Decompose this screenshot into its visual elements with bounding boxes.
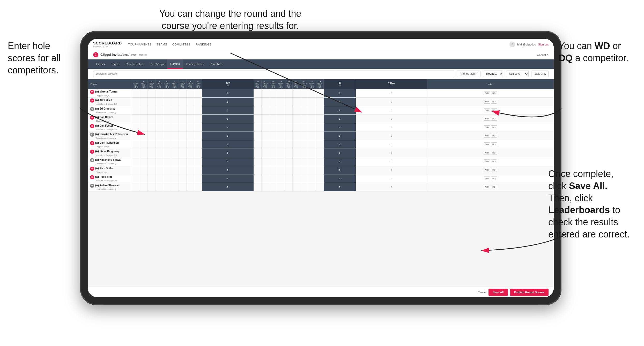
nav-rankings[interactable]: RANKINGS: [196, 43, 211, 46]
score-hole-11[interactable]: [261, 183, 269, 191]
score-hole-6[interactable]: [171, 149, 179, 157]
score-hole-9[interactable]: [194, 123, 202, 132]
score-hole-1[interactable]: [132, 89, 140, 98]
score-hole-12[interactable]: [269, 132, 277, 140]
score-hole-14[interactable]: [285, 89, 292, 98]
score-hole-1[interactable]: [132, 114, 140, 123]
score-hole-10[interactable]: [254, 132, 261, 140]
score-hole-4[interactable]: [155, 183, 163, 191]
score-hole-16[interactable]: [300, 183, 308, 191]
score-hole-4[interactable]: [155, 97, 163, 106]
score-hole-11[interactable]: [261, 114, 269, 123]
score-hole-17[interactable]: [308, 97, 316, 106]
dq-button[interactable]: DQ: [491, 108, 497, 112]
score-hole-10[interactable]: [254, 166, 261, 174]
score-hole-6[interactable]: [171, 132, 179, 140]
tab-tee-groups[interactable]: Tee Groups: [146, 59, 167, 69]
round-select[interactable]: Round 1: [483, 71, 503, 77]
score-hole-4[interactable]: [155, 106, 163, 114]
score-hole-11[interactable]: [261, 140, 269, 149]
score-hole-11[interactable]: [261, 89, 269, 98]
score-hole-16[interactable]: [300, 166, 308, 174]
score-hole-13[interactable]: [277, 174, 285, 183]
score-hole-15[interactable]: [292, 114, 300, 123]
wd-button[interactable]: WD: [484, 142, 490, 146]
score-hole-15[interactable]: [292, 157, 300, 166]
wd-button[interactable]: WD: [484, 125, 490, 129]
score-hole-13[interactable]: [277, 97, 285, 106]
score-hole-16[interactable]: [300, 106, 308, 114]
score-hole-5[interactable]: [163, 114, 171, 123]
score-hole-2[interactable]: [140, 166, 147, 174]
score-hole-16[interactable]: [300, 149, 308, 157]
score-hole-12[interactable]: [269, 166, 277, 174]
score-hole-2[interactable]: [140, 183, 147, 191]
score-hole-18[interactable]: [316, 97, 323, 106]
score-hole-3[interactable]: [147, 89, 155, 98]
score-hole-8[interactable]: [186, 114, 194, 123]
score-hole-14[interactable]: [285, 132, 292, 140]
score-hole-12[interactable]: [269, 183, 277, 191]
score-hole-18[interactable]: [316, 149, 323, 157]
score-hole-7[interactable]: [179, 149, 186, 157]
score-hole-6[interactable]: [171, 183, 179, 191]
score-hole-7[interactable]: [179, 97, 186, 106]
score-hole-4[interactable]: [155, 132, 163, 140]
score-hole-6[interactable]: [171, 140, 179, 149]
score-hole-12[interactable]: [269, 140, 277, 149]
score-hole-8[interactable]: [186, 106, 194, 114]
score-hole-3[interactable]: [147, 140, 155, 149]
score-hole-3[interactable]: [147, 106, 155, 114]
score-hole-11[interactable]: [261, 157, 269, 166]
score-hole-8[interactable]: [186, 123, 194, 132]
score-hole-13[interactable]: [277, 140, 285, 149]
score-hole-18[interactable]: [316, 174, 323, 183]
course-select[interactable]: Course A ˅: [506, 71, 529, 77]
wd-button[interactable]: WD: [484, 117, 490, 121]
score-hole-5[interactable]: [163, 174, 171, 183]
score-hole-5[interactable]: [163, 106, 171, 114]
score-hole-7[interactable]: [179, 123, 186, 132]
score-hole-10[interactable]: [254, 157, 261, 166]
score-hole-6[interactable]: [171, 123, 179, 132]
score-hole-8[interactable]: [186, 97, 194, 106]
score-hole-18[interactable]: [316, 140, 323, 149]
score-hole-12[interactable]: [269, 149, 277, 157]
score-hole-18[interactable]: [316, 89, 323, 98]
score-hole-9[interactable]: [194, 97, 202, 106]
score-hole-17[interactable]: [308, 123, 316, 132]
score-hole-2[interactable]: [140, 97, 147, 106]
score-hole-18[interactable]: [316, 166, 323, 174]
dq-button[interactable]: DQ: [491, 176, 497, 180]
score-hole-11[interactable]: [261, 166, 269, 174]
score-hole-1[interactable]: [132, 132, 140, 140]
score-hole-7[interactable]: [179, 157, 186, 166]
score-hole-15[interactable]: [292, 166, 300, 174]
score-hole-15[interactable]: [292, 97, 300, 106]
score-hole-17[interactable]: [308, 114, 316, 123]
score-hole-4[interactable]: [155, 89, 163, 98]
score-hole-10[interactable]: [254, 149, 261, 157]
dq-button[interactable]: DQ: [491, 185, 497, 189]
score-hole-5[interactable]: [163, 166, 171, 174]
dq-button[interactable]: DQ: [491, 134, 497, 138]
score-hole-12[interactable]: [269, 123, 277, 132]
score-hole-13[interactable]: [277, 89, 285, 98]
score-hole-18[interactable]: [316, 183, 323, 191]
dq-button[interactable]: DQ: [491, 125, 497, 129]
score-hole-10[interactable]: [254, 97, 261, 106]
score-hole-12[interactable]: [269, 97, 277, 106]
score-hole-9[interactable]: [194, 166, 202, 174]
tab-results[interactable]: Results: [167, 59, 183, 69]
score-hole-2[interactable]: [140, 132, 147, 140]
score-hole-3[interactable]: [147, 174, 155, 183]
score-hole-15[interactable]: [292, 123, 300, 132]
score-hole-10[interactable]: [254, 106, 261, 114]
score-hole-7[interactable]: [179, 114, 186, 123]
score-hole-4[interactable]: [155, 157, 163, 166]
score-hole-11[interactable]: [261, 174, 269, 183]
score-hole-10[interactable]: [254, 114, 261, 123]
score-hole-1[interactable]: [132, 174, 140, 183]
score-hole-6[interactable]: [171, 157, 179, 166]
score-hole-8[interactable]: [186, 157, 194, 166]
